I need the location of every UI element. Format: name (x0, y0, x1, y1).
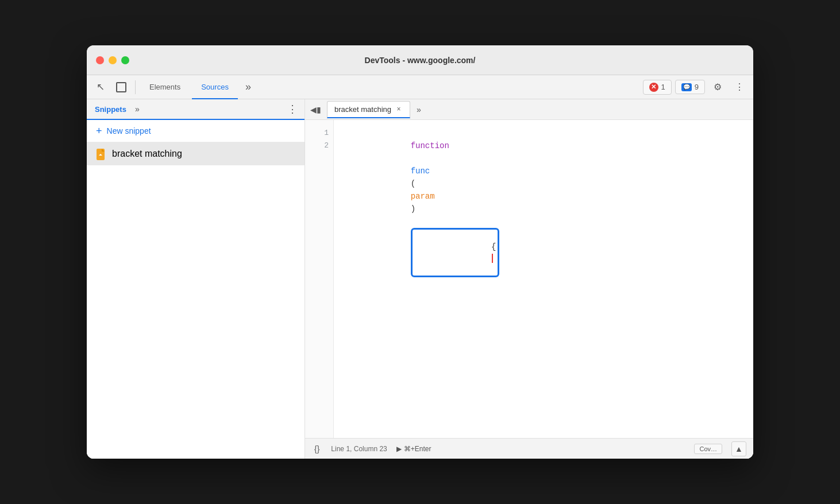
open-brace: { (491, 242, 496, 251)
minimize-button[interactable] (109, 56, 117, 64)
editor-tab-name: bracket matching (334, 105, 391, 114)
toolbar-right-section: ✕ 1 💬 9 ⚙ ⋮ (643, 78, 749, 96)
param-name: param (411, 192, 435, 201)
open-paren: ( (411, 179, 415, 188)
devtools-window: DevTools - www.google.com/ ↖ Elements So… (87, 45, 753, 459)
sources-tab-button[interactable]: Sources (192, 75, 238, 99)
sidebar-menu-icon: ⋮ (287, 103, 298, 115)
new-snippet-button[interactable]: + New snippet (87, 120, 305, 142)
cursor-icon: ↖ (97, 81, 105, 93)
screenshot-icon: ▲ (735, 444, 743, 453)
main-content-area: Snippets » ⋮ + New snippet (87, 99, 753, 459)
run-shortcut: ⌘+Enter (404, 445, 431, 453)
main-toolbar: ↖ Elements Sources » ✕ 1 💬 9 (87, 75, 753, 99)
code-line-2 (343, 290, 744, 303)
window-title: DevTools - www.google.com/ (365, 56, 476, 65)
error-icon: ✕ (649, 83, 658, 92)
message-count: 9 (695, 83, 699, 91)
editor-tabs-bar: ◀▮ bracket matching × » (305, 99, 753, 120)
message-count-button[interactable]: 💬 9 (675, 80, 705, 94)
run-snippet-button[interactable]: ▶ ⌘+Enter (396, 445, 431, 453)
snippets-sidebar: Snippets » ⋮ + New snippet (87, 99, 305, 459)
more-options-icon: ⋮ (735, 82, 744, 92)
inspector-icon-button[interactable] (112, 78, 130, 96)
sidebar-toggle-icon: ◀▮ (310, 105, 321, 114)
position-text: Line 1, Column 23 (331, 445, 387, 453)
editor-more-tabs-icon: » (417, 105, 421, 114)
editor-sidebar-toggle-button[interactable]: ◀▮ (307, 102, 323, 118)
line-numbers: 1 2 (305, 120, 334, 438)
run-icon: ▶ (396, 445, 402, 453)
sidebar-more-tabs-icon: » (135, 104, 140, 114)
sidebar-more-tabs-button[interactable]: » (130, 102, 145, 117)
close-paren: ) (411, 204, 415, 214)
error-count: 1 (661, 83, 665, 91)
settings-button[interactable]: ⚙ (708, 78, 727, 96)
settings-icon: ⚙ (714, 82, 722, 92)
status-bar: {} Line 1, Column 23 ▶ ⌘+Enter Cov… ▲ (305, 438, 753, 459)
snippet-file-icon (96, 148, 106, 160)
line-number-1: 1 (310, 127, 329, 139)
code-line-1: function func ( param ) { (343, 127, 744, 290)
toolbar-divider-1 (135, 80, 136, 94)
code-editor[interactable]: 1 2 function func ( param ) (305, 120, 753, 438)
close-button[interactable] (96, 56, 104, 64)
sidebar-menu-button[interactable]: ⋮ (285, 102, 300, 117)
sidebar-header: Snippets » ⋮ (87, 99, 305, 120)
maximize-button[interactable] (121, 56, 129, 64)
editor-tab-close-button[interactable]: × (395, 105, 403, 113)
line-number-2: 2 (310, 139, 329, 152)
text-cursor (492, 254, 493, 263)
snippet-file-svg (96, 148, 106, 161)
titlebar: DevTools - www.google.com/ (87, 45, 753, 75)
elements-tab-button[interactable]: Elements (140, 75, 190, 99)
window-controls (96, 56, 129, 64)
snippet-item-name: bracket matching (112, 149, 182, 159)
keyword-function: function (411, 141, 449, 150)
code-space-2 (411, 217, 415, 226)
inspector-icon (116, 82, 126, 92)
code-content[interactable]: function func ( param ) { (334, 120, 753, 438)
error-count-button[interactable]: ✕ 1 (643, 80, 672, 95)
cursor-position: Line 1, Column 23 (331, 445, 387, 453)
message-icon: 💬 (681, 83, 692, 91)
code-space-1 (411, 154, 415, 163)
function-name: func (411, 166, 430, 176)
coverage-button[interactable]: Cov… (694, 444, 722, 454)
screenshot-button[interactable]: ▲ (731, 441, 746, 456)
snippet-list-item[interactable]: bracket matching (87, 142, 305, 165)
editor-more-tabs-button[interactable]: » (411, 102, 426, 117)
more-options-button[interactable]: ⋮ (730, 78, 749, 96)
more-panel-tabs-button[interactable]: » (240, 79, 256, 95)
bracket-highlight-box: { (411, 228, 500, 277)
format-icon: {} (314, 444, 319, 453)
new-snippet-label: New snippet (107, 126, 151, 135)
editor-area: ◀▮ bracket matching × » 1 2 (305, 99, 753, 459)
editor-tab-bracket-matching[interactable]: bracket matching × (327, 101, 410, 118)
more-tabs-icon: » (245, 81, 251, 93)
cursor-icon-button[interactable]: ↖ (91, 78, 110, 96)
devtools-panel: ↖ Elements Sources » ✕ 1 💬 9 (87, 75, 753, 459)
snippets-tab-label: Snippets (91, 105, 130, 114)
format-button[interactable]: {} (312, 443, 322, 455)
new-snippet-plus-icon: + (96, 126, 102, 136)
